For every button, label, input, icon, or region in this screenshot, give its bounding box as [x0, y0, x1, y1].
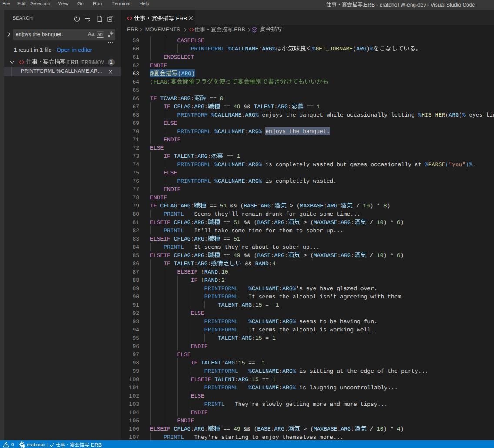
svg-text:ab: ab	[97, 32, 103, 37]
